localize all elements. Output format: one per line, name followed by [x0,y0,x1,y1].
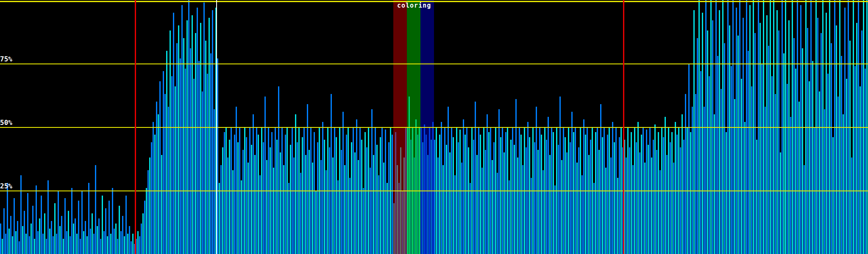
bar [865,69,866,254]
bar [737,36,739,254]
bar [546,140,547,254]
bar [844,8,846,254]
bar [741,79,742,254]
bar [315,190,317,254]
bar [37,231,39,254]
bar [724,43,725,254]
bar [453,137,454,254]
histogram-stage: coloring 75%50%25% [0,0,868,254]
bar [131,241,132,254]
bar [180,58,181,254]
bar [283,165,284,254]
bar [164,94,166,254]
grid-line [0,64,868,64]
bar [209,18,210,254]
bar [114,229,115,254]
bar [559,97,561,254]
bar [434,140,435,254]
vertical-marker-line [216,0,217,254]
bar [309,150,310,254]
bar [151,142,152,254]
bar [542,170,544,254]
bar [441,122,442,254]
bar [714,114,715,254]
bar [139,236,140,254]
bar [159,81,161,254]
bar [570,142,571,254]
bar [614,142,615,254]
bar [246,137,247,254]
bar [153,122,154,254]
bar [700,71,701,254]
grid-line [0,190,868,191]
bar [93,234,95,254]
bar [276,140,278,254]
bar [790,117,791,254]
bar [132,234,134,254]
bar [783,53,785,254]
bar [32,206,33,254]
bar [105,208,106,254]
bar [437,157,439,254]
bar [166,51,167,254]
bar [173,13,174,254]
bar [658,132,659,254]
bar [234,135,235,254]
bar [610,157,612,254]
bar [112,188,113,254]
bar [181,5,183,254]
bar [193,79,195,254]
bar [854,66,856,254]
bar [0,224,1,254]
bar [156,102,157,254]
bar [849,41,851,254]
bar [14,198,15,254]
bar [107,236,108,254]
bar [448,107,449,254]
bar [675,122,676,254]
bar [161,155,162,254]
bar [158,114,159,254]
bar [485,150,486,254]
bar [617,178,618,254]
vertical-marker-line [623,0,624,254]
bar [146,188,147,254]
bar [46,239,47,254]
bar [34,239,35,254]
bar [385,130,386,254]
bar [442,165,444,254]
bar [602,137,603,254]
bar [493,142,495,254]
bar [585,135,586,254]
bar [42,234,44,254]
bar [639,152,640,254]
grid-label: 50% [0,119,12,126]
bar [144,201,145,254]
bar [682,114,683,254]
bar [837,97,839,254]
bar [717,56,718,254]
bar [356,119,357,254]
bar [346,135,347,254]
bar [860,86,861,254]
bar [88,183,89,254]
bar [44,213,45,254]
bar [721,89,722,254]
bar [531,178,532,254]
bar [58,190,59,254]
bar [775,94,776,254]
bar [565,137,566,254]
bar [748,51,749,254]
bar [573,132,574,254]
bar [846,79,847,254]
bar [258,135,259,254]
bar [509,180,510,254]
bar [320,160,322,254]
bar [302,137,303,254]
bar [270,147,271,254]
bar [56,234,57,254]
bar [264,97,266,254]
bar [648,145,649,254]
bar [826,13,827,254]
bar [212,10,213,254]
